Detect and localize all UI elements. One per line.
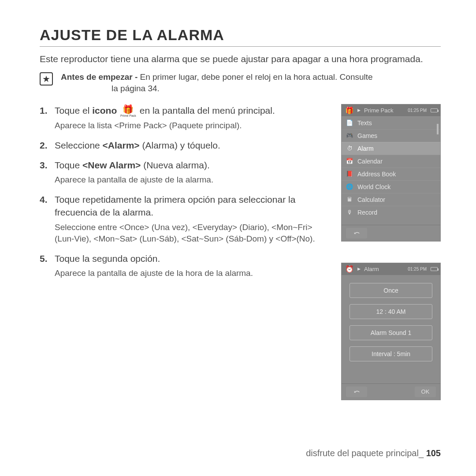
screenshot-prime-pack: 🎁 ▶ Prime Pack 01:25 PM 📄Texts 🎮Games ⏱A… [341,104,441,242]
page-footer: disfrute del paquete principal_ 105 [306,448,441,458]
note-body: En primer lugar, debe poner el reloj en … [138,72,372,82]
star-icon: ★ [40,72,53,86]
step-3-sub: Aparece la pantalla de ajuste de la alar… [55,174,331,186]
menu-games[interactable]: 🎮Games [342,129,440,142]
menu-calendar[interactable]: 📅Calendar [342,155,440,167]
menu-calculator-label: Calculator [357,196,385,203]
menu-calculator[interactable]: 🖩Calculator [342,193,440,206]
scroll-indicator[interactable] [437,124,439,134]
bottom-bar-1: ⤺ [342,225,440,241]
note-block: ★ Antes de empezar - En primer lugar, de… [40,71,441,94]
alarm-options: Once 12 : 40 AM Alarm Sound 1 Interval :… [342,275,440,383]
battery-icon [431,108,438,112]
menu-addressbook[interactable]: 📕Address Book [342,167,440,180]
texts-icon: 📄 [346,119,353,126]
menu-calendar-label: Calendar [357,158,383,165]
page-title: AJUSTE DE LA ALARMA [40,26,441,47]
step-4-sub: Seleccione entre <Once> (Una vez), <Ever… [55,222,331,245]
step-1: Toque el icono 🎁 Prime Pack en la pantal… [40,104,331,132]
step-5: Toque la segunda opción. Aparece la pant… [40,252,331,279]
screen1-time: 01:25 PM [408,108,427,113]
intro-text: Este reproductor tiene una alarma que se… [40,53,441,65]
page-number: 105 [426,448,441,458]
menu-texts[interactable]: 📄Texts [342,116,440,129]
prime-pack-list: 📄Texts 🎮Games ⏱Alarm 📅Calendar 📕Address … [342,116,440,219]
step-2-text: Seleccione <Alarm> (Alarma) y tóquelo. [55,140,220,150]
screen1-title: Prime Pack [363,107,405,114]
step-4: Toque repetidamente la primera opción pa… [40,193,331,245]
note-lead: Antes de empezar - [61,72,138,82]
play-icon: ▶ [357,108,361,112]
screen2-title: Alarm [363,266,405,272]
alarm-sound-option[interactable]: Alarm Sound 1 [350,325,432,340]
step-3: Toque <New Alarm> (Nueva alarma). Aparec… [40,159,331,186]
prime-pack-icon: 🎁 Prime Pack [120,105,136,117]
menu-worldclock[interactable]: 🌐World Clock [342,180,440,193]
worldclock-icon: 🌐 [346,183,353,190]
battery-icon [431,267,438,271]
menu-texts-label: Texts [357,119,372,126]
alarm-interval-option[interactable]: Interval : 5min [350,346,432,361]
prime-pack-icon-label: Prime Pack [120,114,136,117]
step-3-text: Toque <New Alarm> (Nueva alarma). [55,160,210,170]
clock-icon: ⏰ [345,265,354,273]
menu-record[interactable]: 🎙Record [342,206,440,219]
step-1-sub: Aparece la lista <Prime Pack> (Paquete p… [55,120,331,132]
back-button[interactable]: ⤺ [346,228,367,238]
step-5-sub: Aparece la pantalla de ajuste de la hora… [55,268,331,279]
note-text: Antes de empezar - En primer lugar, debe… [61,71,373,94]
menu-worldclock-label: World Clock [357,183,390,190]
note-continuation: la página 34. [61,83,373,94]
games-icon: 🎮 [346,132,353,139]
menu-alarm-label: Alarm [357,145,374,152]
screen2-time: 01:25 PM [408,267,427,271]
back-button[interactable]: ⤺ [346,387,367,397]
steps-list: Toque el icono 🎁 Prime Pack en la pantal… [40,104,331,279]
screenshot-alarm-settings: ⏰ ▶ Alarm 01:25 PM Once 12 : 40 AM Alarm… [341,263,441,400]
status-bar-1: 🎁 ▶ Prime Pack 01:25 PM [342,104,440,116]
step-1-bold: icono [92,105,117,115]
menu-alarm[interactable]: ⏱Alarm [342,142,440,155]
menu-games-label: Games [357,132,377,139]
addressbook-icon: 📕 [346,171,353,177]
calculator-icon: 🖩 [346,196,353,203]
bottom-bar-2: ⤺ OK [342,383,440,400]
footer-text: disfrute del paquete principal_ [306,448,424,458]
gift-icon: 🎁 [345,106,354,115]
calendar-icon: 📅 [346,158,353,164]
step-1-pre: Toque el [55,105,92,115]
step-1-post: en la pantalla del menú principal. [140,105,275,115]
alarm-time-option[interactable]: 12 : 40 AM [350,304,432,319]
ok-button[interactable]: OK [415,387,436,397]
step-2: Seleccione <Alarm> (Alarma) y tóquelo. [40,139,331,152]
menu-record-label: Record [357,209,377,216]
step-5-text: Toque la segunda opción. [55,253,160,264]
status-bar-2: ⏰ ▶ Alarm 01:25 PM [342,263,440,275]
gift-icon: 🎁 [120,105,136,114]
record-icon: 🎙 [346,209,353,216]
play-icon: ▶ [357,267,361,271]
step-4-text: Toque repetidamente la primera opción pa… [55,194,295,217]
alarm-icon: ⏱ [346,145,353,152]
menu-addressbook-label: Address Book [357,171,396,178]
alarm-frequency-option[interactable]: Once [350,283,432,298]
